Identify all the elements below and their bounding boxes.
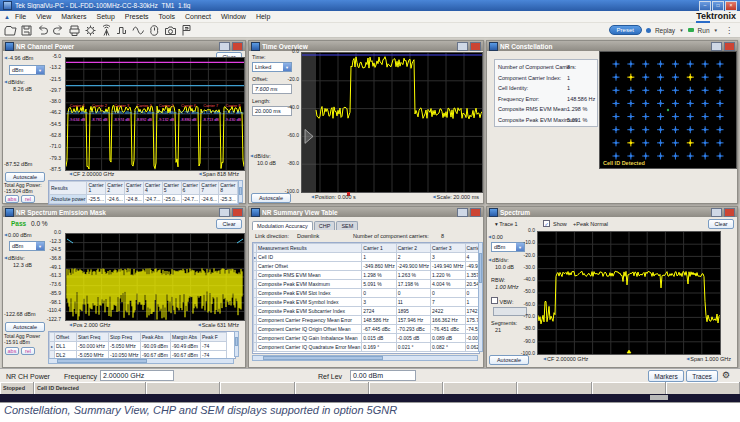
close-icon[interactable] (470, 208, 481, 217)
tab-0[interactable]: Modulation Accuracy (252, 221, 313, 230)
table-row[interactable]: Composite Peak EVM Subcarrier Index27241… (254, 307, 481, 316)
sem-table-hscrollbar[interactable] (48, 358, 234, 364)
results-table-scrollbar[interactable] (238, 180, 243, 203)
redo-icon[interactable] (51, 24, 66, 37)
scale-label[interactable]: Scale 631 MHz (202, 322, 239, 328)
summary-table-hscrollbar[interactable] (252, 355, 478, 361)
close-icon[interactable] (232, 208, 243, 217)
column-header[interactable]: Start Freq (77, 333, 109, 342)
restore-icon[interactable] (219, 42, 230, 51)
autoscale-button[interactable]: Autoscale (5, 322, 45, 332)
maximize-icon[interactable]: □ (712, 1, 724, 11)
column-header[interactable]: Carrier 2 (396, 244, 430, 253)
column-header[interactable]: Carrier 1 (87, 182, 106, 195)
time-overview-chart[interactable] (301, 52, 483, 193)
column-header[interactable]: Carrier 7 (200, 182, 219, 195)
table-row[interactable]: Absolute power-25.5...-24.6...-24.8...-2… (50, 195, 238, 204)
column-header[interactable]: Margin Abs (171, 333, 201, 342)
trace-collapse-icon[interactable]: ▾ (495, 221, 498, 227)
table-row[interactable]: Component Carrier Frequency Mean Error14… (254, 316, 481, 325)
table-row[interactable]: Composite Peak EVM Slot Index0000 (254, 289, 481, 298)
column-header[interactable]: Carrier 8 (219, 182, 238, 195)
span-label[interactable]: Span 818 MHz (203, 171, 239, 177)
clear-button[interactable]: Clear (216, 219, 242, 229)
dbdiv-value[interactable]: 12.3 dB (13, 262, 32, 268)
undo-icon[interactable] (35, 24, 50, 37)
camera-icon[interactable] (163, 24, 178, 37)
minimize-icon[interactable]: – (699, 1, 711, 11)
tab-2[interactable]: SEM (336, 221, 358, 230)
restore-icon[interactable] (711, 42, 722, 51)
menu-item-1[interactable]: View (36, 13, 51, 20)
abs-button[interactable]: abs (5, 347, 19, 355)
close-icon[interactable] (724, 42, 735, 51)
table-row[interactable]: ▸DL1-50.000 kHz-5.050 MHz-90.09 dBm-90.4… (50, 342, 227, 351)
panel-titlebar[interactable]: Spectrum (487, 207, 737, 217)
close-icon[interactable] (232, 42, 243, 51)
column-header[interactable]: Carrier 1 (362, 244, 396, 253)
tab-1[interactable]: CHP (314, 221, 336, 230)
sem-chart[interactable] (65, 233, 245, 321)
menu-item-4[interactable]: Presets (125, 13, 149, 20)
panel-titlebar[interactable]: NR Spectrum Emission Mask (3, 207, 245, 217)
pulse-waveform-icon[interactable] (115, 24, 130, 37)
run-chevron-down-icon[interactable]: ▼ (714, 28, 718, 33)
close-icon[interactable] (724, 208, 735, 217)
close-icon[interactable] (470, 42, 481, 51)
menu-item-5[interactable]: Tools (159, 13, 175, 20)
overflow-menu-icon[interactable]: ⋮ (725, 26, 733, 35)
run-button[interactable]: Run (698, 27, 710, 34)
markers-button[interactable]: Markers (648, 370, 684, 382)
menu-item-8[interactable]: Help (256, 13, 270, 20)
menu-item-6[interactable]: Connect (185, 13, 211, 20)
channel-power-chart[interactable]: Carrier 1Carrier 2Carrier 3Carrier 4Carr… (65, 57, 245, 171)
column-header[interactable]: Carrier 2 (106, 182, 125, 195)
ref-level-value[interactable]: -4.96 dBm (8, 55, 33, 61)
center-frequency-label[interactable]: CF 2.00000 GHz (547, 356, 588, 362)
replay-button[interactable]: Replay (655, 27, 675, 34)
rel-button[interactable]: rel (21, 195, 35, 203)
preset-button[interactable]: Preset (609, 25, 642, 35)
dbdiv-value[interactable]: 10.0 dB (495, 264, 514, 270)
menu-item-0[interactable]: File (15, 13, 26, 20)
menu-item-7[interactable]: Window (221, 13, 246, 20)
frequency-field[interactable]: 2.00000 GHz (100, 370, 174, 381)
table-row[interactable]: Composite Peak EVM Maximum5.091 %17.198 … (254, 280, 481, 289)
detector-label[interactable]: +Peak Normal (573, 221, 608, 227)
sine-waveform-icon[interactable] (131, 24, 146, 37)
sem-table-scrollbar[interactable] (234, 331, 239, 357)
close-icon[interactable]: × (725, 1, 737, 11)
marker-flag-icon[interactable] (179, 24, 194, 37)
antenna-icon[interactable] (99, 24, 114, 37)
column-header[interactable]: Carrier 4 (143, 182, 162, 195)
column-header[interactable]: Measurement Results (257, 244, 362, 253)
column-header[interactable]: Carrier 5 (162, 182, 181, 195)
panel-titlebar[interactable]: NR Summary View Table (249, 207, 483, 217)
table-row[interactable]: Component Carrier IQ Origin Offset Mean-… (254, 325, 481, 334)
rel-button[interactable]: rel (21, 347, 35, 355)
position-label[interactable]: Pos 2.000 GHz (73, 322, 110, 328)
panel-titlebar[interactable]: NR Constellation (487, 41, 737, 51)
panel-titlebar[interactable]: NR Channel Power (3, 41, 245, 51)
table-row[interactable]: ▸Cell ID1234 (254, 253, 481, 262)
dbdiv-value[interactable]: 8.26 dB (13, 86, 32, 92)
column-header[interactable]: Offset (55, 333, 77, 342)
column-header[interactable]: Peak F (201, 333, 227, 342)
center-frequency-label[interactable]: CF 2.00000 GHz (73, 171, 114, 177)
column-header[interactable]: Carrier 3 (431, 244, 465, 253)
menu-item-2[interactable]: Markers (61, 13, 86, 20)
print-icon[interactable] (67, 24, 82, 37)
show-checkbox[interactable]: ✓ (543, 220, 550, 227)
column-header[interactable]: Results (50, 182, 87, 195)
restore-icon[interactable] (457, 42, 468, 51)
abs-button[interactable]: abs (5, 195, 19, 203)
position-label[interactable]: Position: 0.000 s (315, 194, 356, 200)
traces-button[interactable]: Traces (686, 370, 718, 382)
ref-lev-field[interactable]: 0.00 dBm (350, 370, 416, 381)
dbdiv-value[interactable]: 10.0 dB (257, 160, 276, 166)
scale-label[interactable]: Scale: 20.000 ms (437, 194, 480, 200)
trace-label[interactable]: Trace 1 (499, 221, 517, 227)
restore-icon[interactable] (219, 208, 230, 217)
spectrum-chart[interactable] (537, 231, 721, 355)
clear-button[interactable]: Clear (708, 219, 734, 229)
